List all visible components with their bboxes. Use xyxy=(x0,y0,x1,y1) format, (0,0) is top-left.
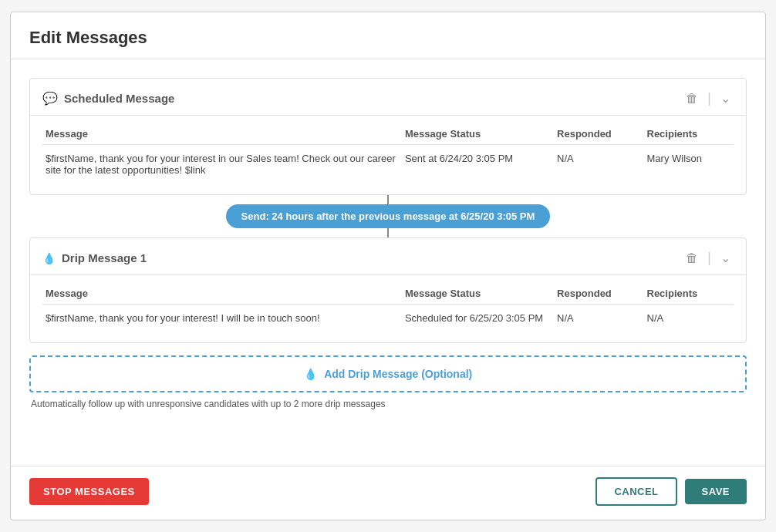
scheduled-message-title: Scheduled Message xyxy=(64,92,174,105)
col-header-message: Message xyxy=(42,122,402,145)
scheduled-message-status: Sent at 6/24/20 3:05 PM xyxy=(402,145,554,183)
col-header-responded: Responded xyxy=(554,122,643,145)
add-drip-label: Add Drip Message (Optional) xyxy=(324,368,472,380)
drip-message-recipients: N/A xyxy=(644,305,734,331)
scheduled-message-card-header: 💬 Scheduled Message 🗑 | ⌄ xyxy=(30,79,746,116)
stop-messages-button[interactable]: STOP MESSAGES xyxy=(29,478,149,505)
timeline-line-bottom xyxy=(387,228,389,237)
modal-header: Edit Messages xyxy=(11,12,765,59)
timeline-connector: Send: 24 hours after the previous messag… xyxy=(29,195,747,237)
table-row: $firstName, thank you for your interest … xyxy=(42,145,734,183)
timeline-line-top xyxy=(387,195,389,204)
cancel-button[interactable]: CANCEL xyxy=(595,477,676,506)
auto-followup-text: Automatically follow up with unresponsiv… xyxy=(29,399,747,409)
modal-footer: STOP MESSAGES CANCEL SAVE xyxy=(11,466,765,520)
add-drip-icon: 💧 xyxy=(304,368,317,380)
drip-col-header-status: Message Status xyxy=(402,281,554,305)
drip-message-card-header: 💧 Drip Message 1 🗑 | ⌄ xyxy=(30,238,746,275)
drip-col-header-recipients: Recipients xyxy=(644,281,734,305)
modal-body: 💬 Scheduled Message 🗑 | ⌄ Message Messag… xyxy=(11,59,765,466)
drip-message-title-area: 💧 Drip Message 1 xyxy=(42,251,147,264)
drip-message-responded: N/A xyxy=(554,305,643,331)
chat-icon: 💬 xyxy=(42,91,58,106)
scheduled-message-delete-button[interactable]: 🗑 xyxy=(683,90,701,107)
footer-right-actions: CANCEL SAVE xyxy=(595,477,747,506)
col-header-status: Message Status xyxy=(402,122,554,145)
add-drip-button[interactable]: 💧 Add Drip Message (Optional) xyxy=(29,355,747,392)
save-button[interactable]: SAVE xyxy=(685,479,747,504)
drip-action-divider: | xyxy=(707,250,711,266)
drip-col-header-responded: Responded xyxy=(554,281,643,305)
drip-icon: 💧 xyxy=(42,252,56,264)
scheduled-message-text: $firstName, thank you for your interest … xyxy=(42,145,402,183)
edit-messages-modal: Edit Messages 💬 Scheduled Message 🗑 | ⌄ xyxy=(10,12,766,520)
scheduled-message-table: Message Message Status Responded Recipie… xyxy=(42,122,734,182)
drip-message-card: 💧 Drip Message 1 🗑 | ⌄ Message Message S… xyxy=(29,237,747,343)
scheduled-message-table-wrap: Message Message Status Responded Recipie… xyxy=(30,122,746,194)
scheduled-message-responded: N/A xyxy=(554,145,643,183)
drip-message-status: Scheduled for 6/25/20 3:05 PM xyxy=(402,305,554,331)
drip-message-delete-button[interactable]: 🗑 xyxy=(683,250,701,267)
drip-col-header-message: Message xyxy=(42,281,402,305)
table-row: $firstName, thank you for your interest!… xyxy=(42,305,734,331)
modal-title: Edit Messages xyxy=(29,28,747,48)
scheduled-message-collapse-button[interactable]: ⌄ xyxy=(717,89,734,107)
drip-message-actions: 🗑 | ⌄ xyxy=(683,249,734,267)
col-header-recipients: Recipients xyxy=(644,122,734,145)
drip-message-table: Message Message Status Responded Recipie… xyxy=(42,281,734,330)
drip-message-text: $firstName, thank you for your interest!… xyxy=(42,305,402,331)
scheduled-message-actions: 🗑 | ⌄ xyxy=(683,89,734,107)
scheduled-message-title-area: 💬 Scheduled Message xyxy=(42,91,174,106)
scheduled-message-recipients: Mary Wilson xyxy=(644,145,734,183)
scheduled-message-card: 💬 Scheduled Message 🗑 | ⌄ Message Messag… xyxy=(29,78,747,195)
drip-message-table-wrap: Message Message Status Responded Recipie… xyxy=(30,281,746,342)
timeline-badge: Send: 24 hours after the previous messag… xyxy=(226,204,551,228)
drip-message-collapse-button[interactable]: ⌄ xyxy=(717,249,734,267)
drip-message-title: Drip Message 1 xyxy=(62,251,147,264)
action-divider: | xyxy=(707,90,711,106)
